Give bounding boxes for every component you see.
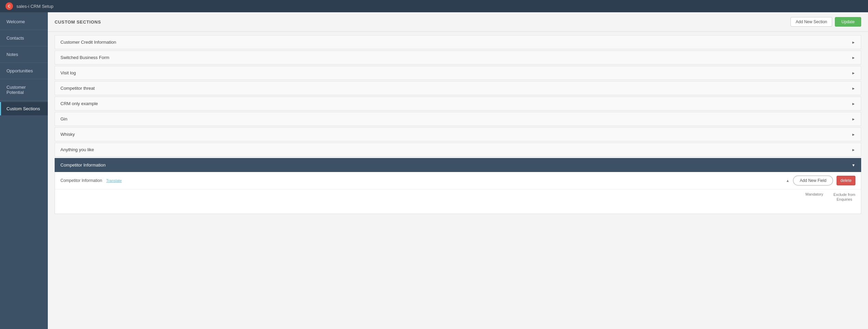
content-area: CUSTOM SECTIONS Add New Section Update C… xyxy=(48,12,868,329)
sidebar-item-contacts[interactable]: Contacts xyxy=(0,31,48,45)
sidebar-divider-3 xyxy=(0,62,48,63)
topbar: C sales-i CRM Setup xyxy=(0,0,868,12)
section-row-competitor-information-header[interactable]: Competitor Information ▼ xyxy=(55,158,861,172)
add-new-section-button[interactable]: Add New Section xyxy=(790,17,832,27)
section-row-visit-log[interactable]: Visit log ► xyxy=(55,66,861,80)
sidebar-item-customer-potential[interactable]: Customer Potential xyxy=(0,81,48,99)
sidebar-divider-2 xyxy=(0,46,48,46)
app-logo: C xyxy=(5,2,13,10)
chevron-right-icon: ► xyxy=(852,56,855,60)
sidebar-divider-4 xyxy=(0,79,48,79)
delete-field-button[interactable]: delete xyxy=(837,176,855,185)
translate-link[interactable]: Translate xyxy=(106,178,122,183)
content-header: CUSTOM SECTIONS Add New Section Update xyxy=(48,12,868,32)
field-name-group: Competitor Information Translate xyxy=(60,178,122,183)
section-row-whisky[interactable]: Whisky ► xyxy=(55,127,861,141)
section-expanded-body: Competitor Information Translate ▲ Add N… xyxy=(55,172,861,214)
sidebar: Welcome Contacts Notes Opportunities Cus… xyxy=(0,12,48,329)
main-layout: Welcome Contacts Notes Opportunities Cus… xyxy=(0,12,868,329)
section-row-competitor-threat[interactable]: Competitor threat ► xyxy=(55,81,861,95)
sidebar-item-notes[interactable]: Notes xyxy=(0,48,48,61)
chevron-right-icon: ► xyxy=(852,148,855,152)
sidebar-item-welcome[interactable]: Welcome xyxy=(0,15,48,28)
chevron-right-icon: ► xyxy=(852,132,855,137)
col-header-mandatory: Mandatory xyxy=(806,192,823,202)
app-title: sales-i CRM Setup xyxy=(16,4,53,9)
chevron-right-icon: ► xyxy=(852,117,855,121)
field-actions-group: ▲ Add New Field delete xyxy=(786,175,855,186)
section-row-customer-credit-info[interactable]: Customer Credit Information ► xyxy=(55,35,861,49)
sidebar-divider-5 xyxy=(0,100,48,101)
update-button[interactable]: Update xyxy=(835,17,861,27)
chevron-right-icon: ► xyxy=(852,102,855,106)
chevron-right-icon: ► xyxy=(852,86,855,90)
col-header-exclude-from-enquiries: Exclude from Enquiries xyxy=(834,192,855,202)
chevron-right-icon: ► xyxy=(852,40,855,44)
section-row-crm-only-example[interactable]: CRM only example ► xyxy=(55,97,861,111)
field-name: Competitor Information xyxy=(60,178,102,183)
chevron-down-icon: ▼ xyxy=(852,163,855,167)
up-arrow-icon: ▲ xyxy=(786,178,789,183)
sections-list: Customer Credit Information ► Switched B… xyxy=(48,32,868,220)
section-row-gin[interactable]: Gin ► xyxy=(55,112,861,126)
expanded-columns-header: Mandatory Exclude from Enquiries xyxy=(55,189,861,203)
sidebar-item-custom-sections[interactable]: Custom Sections xyxy=(0,102,48,115)
content-title: CUSTOM SECTIONS xyxy=(55,19,101,25)
chevron-right-icon: ► xyxy=(852,71,855,75)
add-new-field-button[interactable]: Add New Field xyxy=(793,175,833,186)
section-row-anything-you-like[interactable]: Anything you like ► xyxy=(55,143,861,157)
header-actions: Add New Section Update xyxy=(790,17,861,27)
section-row-switched-business-form[interactable]: Switched Business Form ► xyxy=(55,51,861,65)
expanded-empty-area xyxy=(55,203,861,214)
sidebar-divider xyxy=(0,30,48,30)
sidebar-item-opportunities[interactable]: Opportunities xyxy=(0,64,48,77)
expanded-field-row: Competitor Information Translate ▲ Add N… xyxy=(55,172,861,189)
